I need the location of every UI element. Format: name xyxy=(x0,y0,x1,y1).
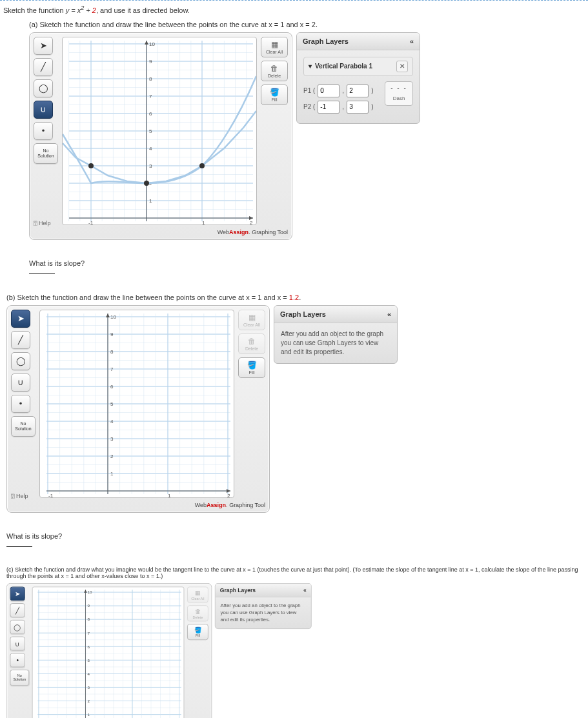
collapse-icon[interactable]: « xyxy=(410,37,414,45)
pointer-icon: ➤ xyxy=(17,314,25,323)
svg-text:3: 3 xyxy=(110,436,114,442)
fill-button[interactable]: 🪣 Fill xyxy=(238,357,265,378)
delete-button[interactable]: 🗑 Delete xyxy=(261,61,288,81)
circle-tool[interactable]: ◯ xyxy=(34,79,53,97)
p2-y-input[interactable] xyxy=(347,101,369,114)
layer-item-parabola[interactable]: ▾ Vertical Parabola 1 ✕ xyxy=(303,57,413,76)
collapse-icon[interactable]: « xyxy=(387,310,391,318)
point-icon: • xyxy=(16,656,19,664)
svg-text:-1: -1 xyxy=(48,493,54,498)
svg-text:4: 4 xyxy=(110,419,114,424)
svg-text:3: 3 xyxy=(88,684,90,689)
svg-text:5: 5 xyxy=(149,128,152,134)
graph-canvas-b[interactable]: -1 1 2 1 2 3 4 5 6 7 8 9 10 xyxy=(39,310,234,498)
slope-answer-blank-a[interactable] xyxy=(29,274,55,274)
clear-icon: ▦ xyxy=(271,40,278,49)
line-icon: ╱ xyxy=(15,606,19,614)
parabola-tool[interactable]: ∪ xyxy=(11,374,30,392)
no-solution-tool[interactable]: No Solution xyxy=(10,670,29,686)
circle-tool[interactable]: ◯ xyxy=(10,620,25,634)
svg-text:4: 4 xyxy=(88,671,90,675)
circle-tool[interactable]: ◯ xyxy=(11,352,30,370)
tool-footer: WebAssign. Graphing Tool xyxy=(34,229,288,235)
point-tool[interactable]: • xyxy=(11,395,30,413)
svg-text:5: 5 xyxy=(110,401,114,407)
clear-all-button: ▦ Clear All xyxy=(187,586,208,603)
line-style-selector[interactable]: - - - Dash xyxy=(385,81,413,106)
svg-text:1: 1 xyxy=(168,493,171,498)
point-icon: • xyxy=(42,126,45,135)
svg-text:1: 1 xyxy=(149,198,152,204)
clear-all-button: ▦ Clear All xyxy=(238,310,265,330)
delete-button: 🗑 Delete xyxy=(187,605,208,621)
right-toolbar-c: ▦ Clear All 🗑 Delete 🪣 Fill xyxy=(187,586,208,718)
line-icon: ╱ xyxy=(41,62,46,72)
pointer-icon: ➤ xyxy=(15,590,21,597)
p1-x-input[interactable] xyxy=(318,85,340,97)
no-solution-tool[interactable]: No Solution xyxy=(34,143,58,164)
svg-text:9: 9 xyxy=(110,332,114,337)
slope-question-b: What is its slope? xyxy=(6,532,585,540)
svg-text:5: 5 xyxy=(88,657,90,662)
fill-label: Fill xyxy=(272,97,278,102)
clear-icon: ▦ xyxy=(195,589,201,596)
graph-canvas-c[interactable]: -1 1 2 1 2 3 4 5 6 7 8 9 10 xyxy=(32,586,185,718)
circle-icon: ◯ xyxy=(39,83,48,93)
dash-label: Dash xyxy=(393,94,405,103)
help-icon: ⍰ xyxy=(34,220,37,226)
graphing-tool-a: ➤ ╱ ◯ ∪ • No Solution ⍰ Help xyxy=(29,32,292,240)
svg-text:10: 10 xyxy=(149,41,155,47)
collapse-icon[interactable]: « xyxy=(303,587,307,593)
fill-icon: 🪣 xyxy=(194,626,202,633)
tool-palette: ➤ ╱ ◯ ∪ • No Solution ⍰ Help xyxy=(34,37,58,226)
pointer-tool[interactable]: ➤ xyxy=(10,586,25,601)
circle-icon: ◯ xyxy=(16,356,26,366)
svg-text:2: 2 xyxy=(227,493,230,498)
clear-all-button[interactable]: ▦ Clear All xyxy=(261,37,288,57)
fill-button[interactable]: 🪣 Fill xyxy=(187,624,208,640)
p2-x-input[interactable] xyxy=(318,101,340,114)
help-label: Help xyxy=(39,220,51,226)
parabola-tool[interactable]: ∪ xyxy=(34,101,53,119)
help-link[interactable]: ⍰ Help xyxy=(11,493,35,499)
layers-header: Graph Layers « xyxy=(297,33,420,50)
layers-title: Graph Layers xyxy=(280,310,326,318)
svg-text:2: 2 xyxy=(250,220,253,225)
fill-button[interactable]: 🪣 Fill xyxy=(261,85,288,105)
p1-row: P1 ( , ) xyxy=(303,85,380,97)
line-tool[interactable]: ╱ xyxy=(34,58,53,76)
svg-text:10: 10 xyxy=(110,314,116,320)
layer-remove-button[interactable]: ✕ xyxy=(396,61,408,72)
parabola-tool[interactable]: ∪ xyxy=(10,636,25,650)
layer-item-label: Vertical Parabola 1 xyxy=(315,62,372,71)
point-tool[interactable]: • xyxy=(34,122,53,140)
svg-text:9: 9 xyxy=(88,603,90,608)
svg-marker-196 xyxy=(84,590,87,593)
tool-palette-b: ➤ ╱ ◯ ∪ • No Solution ⍰ Help xyxy=(11,310,35,499)
slope-answer-blank-b[interactable] xyxy=(6,546,32,547)
graph-canvas-a[interactable]: -1 1 2 1 2 3 4 5 6 7 8 9 10 xyxy=(62,37,257,225)
graphing-tool-b: ➤ ╱ ◯ ∪ • No Solution ⍰ Help xyxy=(6,305,270,513)
parabola-icon: ∪ xyxy=(15,639,20,647)
slope-question-a: What is its slope? xyxy=(29,259,585,267)
p1-y-input[interactable] xyxy=(347,85,369,97)
line-tool[interactable]: ╱ xyxy=(10,603,25,617)
caret-down-icon: ▾ xyxy=(309,62,312,71)
svg-marker-127 xyxy=(106,314,110,317)
svg-text:10: 10 xyxy=(88,590,92,594)
pointer-tool[interactable]: ➤ xyxy=(11,310,30,328)
pointer-tool[interactable]: ➤ xyxy=(34,37,53,55)
trash-icon: 🗑 xyxy=(195,608,201,615)
right-toolbar-b: ▦ Clear All 🗑 Delete 🪣 Fill xyxy=(238,310,265,499)
svg-text:3: 3 xyxy=(149,163,152,169)
svg-text:1: 1 xyxy=(110,471,114,477)
svg-text:4: 4 xyxy=(149,146,152,152)
help-link[interactable]: ⍰ Help xyxy=(34,220,58,226)
svg-text:8: 8 xyxy=(149,76,152,82)
no-solution-tool[interactable]: No Solution xyxy=(11,416,35,437)
line-tool[interactable]: ╱ xyxy=(11,331,30,349)
layers-empty-msg: After you add an object to the graph you… xyxy=(274,323,397,363)
svg-text:8: 8 xyxy=(110,349,114,355)
point-tool[interactable]: • xyxy=(10,653,25,667)
graphing-tool-c: ➤ ╱ ◯ ∪ • No Solution ⍰ Help xyxy=(6,583,212,718)
